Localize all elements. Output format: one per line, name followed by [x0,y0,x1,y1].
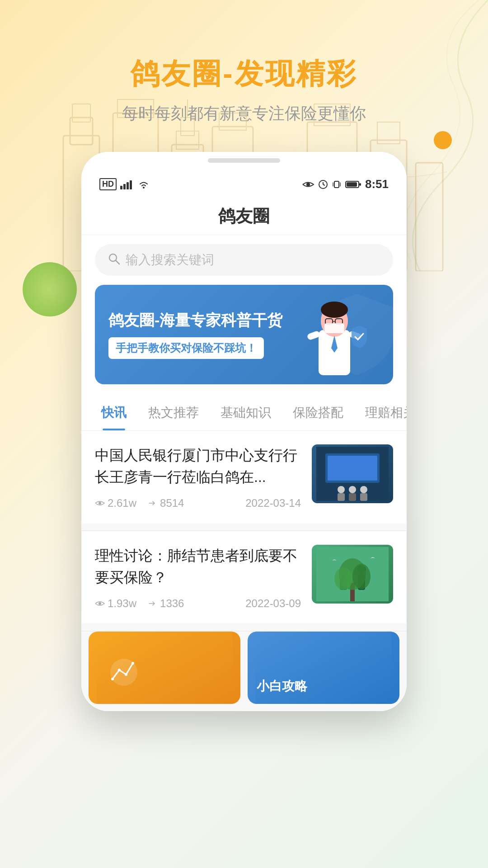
svg-line-37 [116,260,119,264]
views-1: 2.61w [95,497,136,509]
clock-icon [318,179,328,189]
search-icon [108,252,120,268]
share-meta-icon [147,499,157,507]
svg-rect-46 [306,330,320,341]
orange-card-graphic [89,632,240,704]
svg-rect-44 [324,323,344,333]
eye-meta-icon [95,499,105,507]
banner-image [298,289,380,380]
app-title-text: 鸽友圈 [218,207,270,226]
battery-icon [345,179,361,189]
hero-subtitle: 每时每刻都有新意专注保险更懂你 [0,103,488,125]
svg-point-52 [338,486,345,493]
svg-point-54 [349,486,356,493]
status-bar: HD [81,168,407,196]
svg-point-21 [143,187,145,189]
svg-point-58 [99,602,101,605]
date-1: 2022-03-14 [245,497,301,509]
svg-point-48 [99,502,101,505]
svg-point-67 [352,564,371,589]
search-placeholder-text: 输入搜索关键词 [126,251,214,269]
vibrate-icon [332,179,342,189]
svg-point-66 [334,567,352,590]
eye-icon [302,179,314,189]
views-2: 1.93w [95,597,136,610]
phone-notch [208,158,280,163]
tab-kuaixun[interactable]: 快讯 [90,393,137,430]
svg-point-71 [118,669,121,671]
news-title-2: 理性讨论：肺结节患者到底要不要买保险？ [95,545,301,588]
svg-rect-55 [349,493,356,501]
svg-rect-53 [338,493,345,501]
time-display: 8:51 [365,177,389,191]
svg-line-25 [323,184,325,185]
tab-bar[interactable]: 快讯 热文推荐 基础知识 保险搭配 理赔相关 [81,393,407,431]
svg-point-56 [360,486,367,493]
search-container[interactable]: 输入搜索关键词 [81,235,407,285]
news-thumb-1 [312,444,393,503]
svg-rect-51 [328,456,377,481]
news-meta-1: 2.61w 8514 2022-03-14 [95,497,301,509]
signal-icon [120,179,134,189]
svg-rect-34 [347,182,357,187]
tab-lichang[interactable]: 理赔相关 [354,393,407,430]
news-content-1: 中国人民银行厦门市中心支行行长王彦青一行莅临白鸽在... 2.61w [95,444,301,509]
status-left: HD [99,178,150,190]
person-illustration [298,289,371,375]
bottom-cards-row: 小白攻略 [81,632,407,711]
tab-daipei[interactable]: 保险搭配 [282,393,354,430]
news-list: 中国人民银行厦门市中心支行行长王彦青一行莅临白鸽在... 2.61w [81,431,407,711]
bottom-card-blue[interactable]: 小白攻略 [248,632,399,704]
news-item-1[interactable]: 中国人民银行厦门市中心支行行长王彦青一行莅临白鸽在... 2.61w [81,431,407,523]
eye-meta-icon-2 [95,599,105,608]
banner-badge: 手把手教你买对保险不踩坑！ [108,337,264,359]
svg-point-70 [111,678,114,680]
svg-point-73 [131,662,134,665]
svg-rect-19 [127,182,129,189]
hero-title: 鸽友圈-发现精彩 [0,54,488,94]
tab-jichu[interactable]: 基础知识 [210,393,282,430]
svg-point-22 [306,183,310,186]
phone-mockup: HD [0,152,488,711]
banner-title: 鸽友圈-海量专家科普干货 [108,310,298,330]
blue-card-label: 小白攻略 [257,678,307,695]
app-title: 鸽友圈 [81,196,407,235]
svg-rect-57 [360,493,367,501]
svg-rect-26 [334,181,339,188]
svg-rect-6 [176,131,199,149]
svg-rect-17 [120,186,122,189]
svg-rect-18 [123,184,126,189]
hero-section: 鸽友圈-发现精彩 每时每刻都有新意专注保险更懂你 [0,0,488,125]
status-right: 8:51 [302,177,389,191]
news-item-2[interactable]: 理性讨论：肺结节患者到底要不要买保险？ 1.93w [81,531,407,623]
meeting-illustration [316,447,389,501]
banner-text: 鸽友圈-海量专家科普干货 手把手教你买对保险不踩坑！ [108,310,298,359]
shares-1: 8514 [147,497,184,509]
news-content-2: 理性讨论：肺结节患者到底要不要买保险？ 1.93w [95,545,301,610]
share-meta-icon-2 [147,599,157,608]
search-bar[interactable]: 输入搜索关键词 [95,244,393,276]
phone-frame: HD [81,152,407,711]
svg-rect-35 [359,183,361,186]
tab-rewenpusher[interactable]: 热文推荐 [137,393,210,430]
svg-rect-15 [377,122,400,144]
news-meta-2: 1.93w 1336 2022-03-09 [95,597,301,610]
news-thumb-2 [312,545,393,604]
decorative-circle-orange [434,131,452,149]
svg-point-72 [125,673,127,676]
banner[interactable]: 鸽友圈-海量专家科普干货 手把手教你买对保险不踩坑！ [95,285,393,384]
plant-illustration [316,547,389,601]
bottom-card-orange[interactable] [89,632,240,704]
banner-container[interactable]: 鸽友圈-海量专家科普干货 手把手教你买对保险不踩坑！ [81,285,407,393]
shares-2: 1336 [147,597,184,610]
svg-point-40 [321,302,348,318]
wifi-icon [137,179,150,189]
news-title-1: 中国人民银行厦门市中心支行行长王彦青一行莅临白鸽在... [95,444,301,488]
hd-badge: HD [99,178,117,190]
date-2: 2022-03-09 [245,597,301,610]
svg-rect-20 [130,180,132,189]
